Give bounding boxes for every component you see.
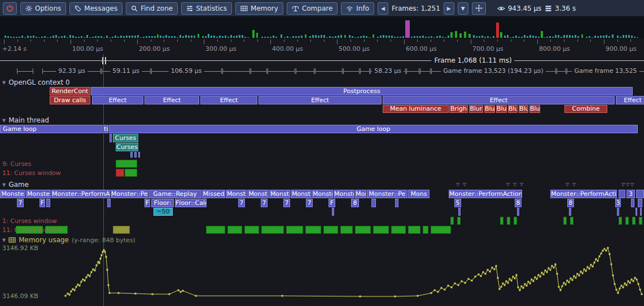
lock-bar[interactable] — [116, 160, 137, 168]
zone[interactable]: F — [40, 199, 45, 207]
frame-bar[interactable] — [518, 37, 520, 38]
frame-bar[interactable] — [552, 37, 554, 38]
frame-bar[interactable] — [532, 36, 534, 38]
frame-bar[interactable] — [527, 36, 528, 38]
lock-bar[interactable] — [373, 226, 389, 234]
zone[interactable]: Monster::Pe — [367, 190, 408, 198]
zone[interactable]: Effect — [259, 96, 382, 104]
frame-bar[interactable] — [617, 36, 619, 38]
zone[interactable] — [395, 199, 398, 207]
zone[interactable]: Blur — [496, 105, 507, 113]
frame-bar[interactable] — [431, 36, 432, 38]
zone[interactable] — [109, 134, 112, 142]
zone[interactable]: Postprocess — [91, 87, 633, 95]
frame-bar[interactable] — [55, 35, 57, 38]
frame-bar[interactable] — [464, 32, 466, 38]
frame-bar[interactable] — [106, 36, 108, 38]
lock-bar[interactable] — [286, 226, 303, 234]
zone[interactable] — [107, 199, 111, 207]
frame-bar[interactable] — [394, 37, 396, 38]
frame-bar[interactable] — [38, 37, 40, 38]
frame-bar[interactable] — [7, 36, 9, 38]
frame-bar[interactable] — [92, 37, 94, 38]
frame-bar[interactable] — [481, 36, 483, 38]
frame-bar[interactable] — [312, 35, 314, 38]
frame-bar[interactable] — [256, 33, 258, 38]
lock-bar[interactable] — [619, 217, 622, 225]
frame-bar[interactable] — [357, 37, 359, 38]
zone[interactable]: Mons — [408, 190, 430, 198]
frame-bar[interactable] — [247, 37, 249, 38]
frame-bar[interactable] — [549, 36, 551, 38]
power-button[interactable] — [3, 2, 17, 15]
frame-bar[interactable] — [117, 37, 119, 38]
frame-bar[interactable] — [507, 35, 509, 38]
frame-bar[interactable] — [222, 36, 224, 38]
subframe-label[interactable]: Game frame 13,523 (194.23 μs) — [441, 67, 546, 75]
lock-bar[interactable] — [457, 217, 461, 225]
frame-bar[interactable] — [205, 36, 207, 38]
frame-bar[interactable] — [402, 36, 404, 38]
lock-bar[interactable] — [450, 217, 454, 225]
zone[interactable]: 7 — [306, 199, 313, 207]
frame-bar[interactable] — [344, 35, 346, 38]
collapse-arrow-icon[interactable]: ▼ — [2, 238, 6, 243]
zone[interactable]: Game loop — [0, 125, 103, 133]
lock-bar[interactable] — [514, 217, 517, 225]
frame-band-label[interactable]: Frame 1,068 (1.11 ms) — [431, 56, 514, 64]
lock-bar[interactable] — [227, 226, 242, 234]
frame-bar[interactable] — [21, 36, 23, 38]
frame-bar[interactable] — [555, 35, 557, 38]
frame-bar[interactable] — [594, 36, 596, 38]
frame-bar[interactable] — [47, 37, 49, 38]
frame-bar[interactable] — [295, 36, 297, 38]
zone[interactable]: Monst — [269, 190, 290, 198]
frame-bar[interactable] — [323, 35, 325, 38]
frame-bar[interactable] — [634, 37, 636, 38]
frame-bar[interactable] — [504, 36, 506, 38]
lock-bar[interactable] — [113, 226, 130, 234]
frame-bar[interactable] — [242, 35, 243, 38]
message-marker-icon[interactable]: ▽ — [506, 182, 510, 187]
frame-bar[interactable] — [67, 37, 68, 38]
zone[interactable] — [46, 199, 50, 207]
frame-bar[interactable] — [340, 35, 342, 38]
frame-bar[interactable] — [373, 34, 374, 38]
frame-bar[interactable] — [391, 36, 393, 38]
message-marker-icon[interactable]: ▽ — [463, 182, 466, 187]
frame-bar[interactable] — [171, 36, 173, 38]
message-marker-icon[interactable]: ▽ — [520, 182, 523, 187]
zone[interactable] — [517, 208, 519, 216]
zone[interactable]: ti — [103, 125, 108, 133]
frame-bar[interactable] — [165, 35, 167, 38]
zone[interactable]: Blur — [469, 105, 483, 113]
frame-bar[interactable] — [600, 36, 602, 38]
lock-bar[interactable] — [625, 217, 629, 225]
frame-bar[interactable] — [425, 37, 427, 38]
frame-bar[interactable] — [315, 35, 317, 38]
frame-bar[interactable] — [329, 36, 331, 38]
frame-bar[interactable] — [281, 34, 282, 38]
lock-bar[interactable] — [570, 217, 573, 225]
frame-bar[interactable] — [484, 37, 486, 38]
zone[interactable] — [332, 208, 334, 216]
zone[interactable]: Effect — [144, 96, 199, 104]
frame-bar[interactable] — [468, 34, 471, 38]
zone[interactable]: Blur — [508, 105, 518, 113]
frame-bar[interactable] — [154, 36, 156, 38]
frame-bar[interactable] — [476, 36, 477, 38]
frame-bar[interactable] — [563, 35, 565, 38]
zone[interactable]: Floor: — [151, 199, 174, 207]
zone[interactable]: Monster::PerformA — [51, 190, 110, 198]
zone[interactable]: 3 — [615, 199, 621, 207]
subframe-label[interactable]: Game frame 13,525 — [572, 67, 639, 75]
zone[interactable]: 8 — [515, 199, 522, 207]
frame-bar[interactable] — [455, 31, 457, 38]
frame-bar[interactable] — [194, 36, 195, 38]
zone[interactable]: Monster::PerformAction — [449, 190, 522, 198]
subframe-label[interactable]: 106.59 μs — [169, 67, 204, 75]
frame-bar[interactable] — [500, 32, 502, 38]
track-header-main-thread[interactable]: ▼Main thread — [2, 116, 49, 124]
lock-bar[interactable] — [408, 226, 420, 234]
lock-bar[interactable] — [639, 217, 642, 225]
